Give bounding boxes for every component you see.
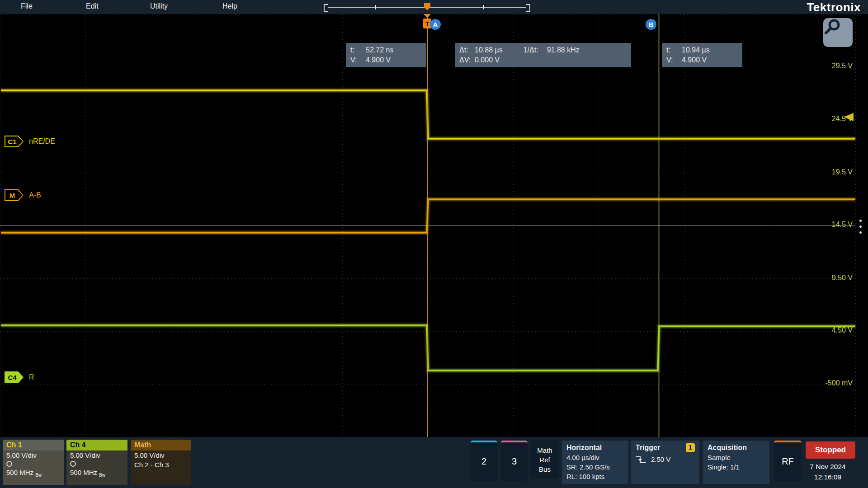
cursor-a-t-value: 52.72 ns — [366, 45, 393, 55]
graticule-and-traces — [0, 14, 868, 437]
horizontal-record-length: RL: 100 kpts — [566, 472, 624, 481]
status-bar: Ch 1 5.00 V/div 500 MHz Bw Ch 4 5.00 V/d… — [0, 437, 868, 488]
probe-icon — [70, 461, 76, 467]
delta-t-value: 10.88 µs — [475, 45, 503, 55]
menu-file[interactable]: File — [21, 2, 33, 10]
horizontal-sample-rate: SR: 2.50 GS/s — [566, 462, 624, 472]
cursor-delta-readout: Δt: 10.88 µs 1/Δt: 91.88 kHz ΔV:0.000 V — [455, 43, 631, 67]
acquisition-panel[interactable]: Acquisition Sample Single: 1/1 — [703, 441, 769, 484]
scale-label-5: 9.50 V — [803, 274, 853, 282]
horizontal-scale: 4.00 µs/div — [566, 453, 624, 462]
cursor-a-readout: t:52.72 ns V:4.900 V — [346, 43, 426, 67]
scale-label-6: 4.50 V — [803, 326, 853, 334]
stopped-status-button[interactable]: Stopped — [806, 441, 855, 459]
trigger-level: 2.50 V — [651, 455, 670, 464]
cursor-a-t-label: t: — [350, 45, 366, 55]
side-menu-grip-icon[interactable] — [859, 220, 862, 234]
channel-4-vdiv: 5.00 V/div — [66, 450, 127, 460]
channel-1-vdiv: 5.00 V/div — [3, 450, 64, 460]
scale-label-7: -500 mV — [803, 379, 853, 387]
cursor-a-badge[interactable]: A — [430, 19, 441, 30]
math-title: Math — [131, 440, 191, 450]
slider-left-bracket-icon — [324, 4, 328, 12]
menu-bar: File Edit Utility Help Tektronix — [0, 0, 868, 14]
cursor-b-v-value: 4.900 V — [682, 55, 707, 65]
channel-1-bandwidth: 500 MHz — [6, 469, 33, 476]
horizontal-panel[interactable]: Horizontal 4.00 µs/div SR: 2.50 GS/s RL:… — [562, 441, 628, 484]
slider-cursor-b-tick — [483, 5, 484, 9]
horizontal-title: Horizontal — [566, 442, 624, 453]
math-source: Ch 2 - Ch 3 — [131, 460, 191, 469]
channel-3-button[interactable]: 3 — [501, 441, 528, 481]
trigger-indicator-arrow-icon[interactable] — [424, 14, 431, 18]
trigger-title: Trigger — [636, 442, 660, 453]
delta-t-label: Δt: — [459, 45, 475, 55]
scale-label-4: 14.5 V — [803, 221, 853, 229]
slider-cursor-a-tick — [375, 5, 376, 9]
menu-utility[interactable]: Utility — [150, 2, 168, 10]
cursor-b-t-value: 10.94 µs — [682, 45, 710, 55]
math-trace-label: A-B — [29, 191, 41, 199]
cursor-a-v-value: 4.900 V — [366, 55, 391, 65]
channel-1-trace-label: nRE/DE — [29, 137, 55, 145]
menu-help[interactable]: Help — [222, 2, 237, 10]
time: 12:16:09 — [800, 472, 855, 482]
inv-delta-t-label: 1/Δt: — [524, 45, 547, 55]
tektronix-logo: Tektronix — [807, 0, 861, 14]
acquisition-title: Acquisition — [708, 442, 765, 453]
channel-4-panel[interactable]: Ch 4 5.00 V/div 500 MHz Bw — [66, 440, 127, 485]
delta-v-value: 0.000 V — [475, 55, 500, 65]
cursor-b-readout: t:10.94 µs V:4.900 V — [662, 43, 742, 67]
date: 7 Nov 2024 — [800, 461, 855, 472]
waveform-display[interactable]: T A B t:52.72 ns V:4.900 V Δt: 10.88 µs … — [0, 14, 868, 437]
channel-1-panel[interactable]: Ch 1 5.00 V/div 500 MHz Bw — [3, 440, 64, 485]
magnifier-icon — [823, 18, 841, 36]
channel-4-title: Ch 4 — [66, 440, 127, 450]
cursor-b-t-label: t: — [666, 45, 682, 55]
trigger-panel[interactable]: Trigger 1 2.50 V — [631, 441, 699, 484]
menu-edit[interactable]: Edit — [86, 2, 99, 10]
slider-right-bracket-icon — [526, 4, 530, 12]
math-panel[interactable]: Math 5.00 V/div Ch 2 - Ch 3 — [131, 440, 191, 485]
channel-1-title: Ch 1 — [3, 440, 64, 450]
trigger-source-badge: 1 — [686, 443, 695, 452]
falling-edge-icon — [636, 455, 646, 464]
cursor-b-v-label: V: — [666, 55, 682, 65]
acquisition-mode: Sample — [708, 453, 765, 462]
oscilloscope-screen: File Edit Utility Help Tektronix — [0, 0, 868, 488]
delta-v-label: ΔV: — [459, 55, 475, 65]
horizontal-position-slider[interactable] — [324, 3, 530, 12]
channel-4-trace-label: R — [29, 373, 34, 381]
scale-label-3: 19.5 V — [803, 168, 853, 176]
cursor-a-v-label: V: — [350, 55, 366, 65]
channel-1-bw-sub: Bw — [35, 473, 42, 478]
math-ref-bus-button[interactable]: Math Ref Bus — [530, 441, 559, 479]
inv-delta-t-value: 91.88 kHz — [547, 45, 580, 55]
channel-level-marker-icon[interactable] — [844, 113, 854, 121]
trigger-position-marker-icon[interactable] — [424, 3, 430, 10]
channel-4-bandwidth: 500 MHz — [70, 469, 97, 476]
probe-icon — [6, 461, 12, 467]
rf-button[interactable]: RF — [774, 441, 802, 481]
cursor-b-badge[interactable]: B — [646, 19, 656, 30]
datetime: 7 Nov 2024 12:16:09 — [800, 461, 855, 482]
acquisition-single: Single: 1/1 — [708, 462, 765, 472]
channel-4-bw-sub: Bw — [99, 473, 105, 478]
scale-label-1: 29.5 V — [803, 62, 853, 70]
channel-2-button[interactable]: 2 — [471, 441, 497, 481]
zoom-button[interactable] — [823, 18, 853, 47]
math-vdiv: 5.00 V/div — [131, 450, 191, 460]
